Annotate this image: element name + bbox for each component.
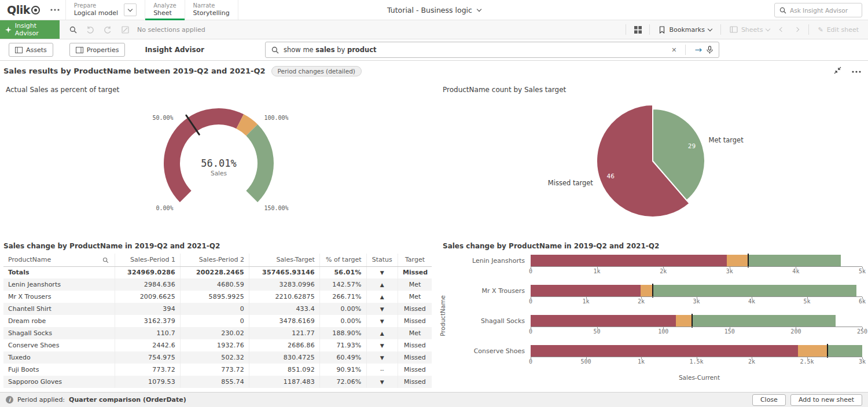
cell-p1: 2984.636 <box>115 278 181 291</box>
properties-panel-button[interactable]: Properties <box>69 43 126 57</box>
bullet-chart-panel: Sales change by ProductName in 2019-Q2 a… <box>437 237 868 392</box>
bullet-bar[interactable]: 050100150200250 <box>531 315 862 335</box>
step-back-icon[interactable] <box>83 23 98 36</box>
insight-query-box[interactable]: show me sales by product ✕ → <box>265 42 719 58</box>
gauge-chart-panel[interactable]: Actual Sales as percent of target 0.00%5… <box>0 81 437 237</box>
assets-panel-button[interactable]: Assets <box>9 43 53 57</box>
sales-change-table: ProductName Sales-Period 1 Sales-Period … <box>3 254 432 388</box>
query-term-product: product <box>347 46 377 54</box>
column-header-target[interactable]: Target <box>398 254 432 266</box>
chevron-left-icon <box>779 27 784 32</box>
insights-grid-icon[interactable] <box>630 23 645 36</box>
insight-query-input[interactable]: show me sales by product <box>284 46 667 54</box>
svg-text:0.00%: 0.00% <box>156 205 173 211</box>
totals-p2: 200228.2465 <box>180 266 249 278</box>
cell-p1: 394 <box>115 303 181 315</box>
table-row[interactable]: Lenin Jeanshorts 2984.636 4680.59 3283.0… <box>3 278 432 291</box>
app-title-menu[interactable]: Tutorial - Business logic <box>387 0 481 20</box>
product-name[interactable]: Tuxedo <box>3 351 115 364</box>
close-button[interactable]: Close <box>752 394 786 406</box>
bullet-bar[interactable]: 01k2k3k4k5k <box>531 255 862 275</box>
insight-advisor-button[interactable]: Insight Advisor <box>0 20 60 39</box>
pencil-icon: ✎ <box>818 26 823 34</box>
more-dots-icon <box>50 9 60 11</box>
table-row[interactable]: Shagall Socks 110.7 230.02 121.77 188.90… <box>3 327 432 339</box>
column-search-icon[interactable] <box>102 257 109 263</box>
ask-insight-advisor-input[interactable] <box>790 7 857 14</box>
collapse-icon[interactable] <box>834 67 841 76</box>
cell-target-value: 2210.62875 <box>249 291 319 303</box>
product-name[interactable]: Mr X Trousers <box>3 291 115 303</box>
x-axis-label: Sales-Current <box>536 374 862 381</box>
next-sheet-button[interactable] <box>789 23 804 36</box>
table-row[interactable]: Chantell Shirt 394 0 433.4 0.00% ▼ Misse… <box>3 303 432 315</box>
svg-text:Met target: Met target <box>708 136 744 144</box>
category-label: Mr X Trousers <box>455 285 531 295</box>
column-header-sales-target[interactable]: Sales-Target <box>249 254 319 266</box>
add-to-new-sheet-button[interactable]: Add to new sheet <box>790 394 862 406</box>
previous-sheet-button[interactable] <box>774 23 789 36</box>
microphone-icon[interactable] <box>707 46 713 54</box>
column-header-sales-period-1[interactable]: Sales-Period 1 <box>115 254 181 266</box>
edit-sheet-button[interactable]: ✎ Edit sheet <box>813 26 863 34</box>
cell-status: ▼ <box>366 376 398 388</box>
sheet-icon <box>730 26 738 33</box>
pie-chart-panel[interactable]: ProductName count by Sales target 29Met … <box>437 81 868 237</box>
x-axis: 05001k1.5k2k2.5k3k <box>531 357 862 365</box>
sheets-menu[interactable]: Sheets <box>725 26 775 34</box>
tab-narrate[interactable]: Narrate Storytelling <box>185 0 238 20</box>
table-row[interactable]: Sapporoo Gloves 1079.53 855.74 1187.483 … <box>3 376 432 388</box>
product-name[interactable]: Shagall Socks <box>3 327 115 339</box>
totals-status: ▼ <box>366 266 398 278</box>
tab-prepare[interactable]: Prepare Logical model <box>65 0 145 20</box>
gauge-chart[interactable]: 0.00%50.00%100.00%150.00%56.01%Sales <box>97 94 340 230</box>
app-title: Tutorial - Business logic <box>387 6 472 14</box>
product-name[interactable]: Lenin Jeanshorts <box>3 278 115 291</box>
clear-selections-icon[interactable] <box>117 23 133 36</box>
prepare-dropdown-button[interactable] <box>124 3 137 16</box>
qlik-logo[interactable]: Qlik <box>0 0 45 20</box>
assets-icon <box>15 47 23 53</box>
pie-chart[interactable]: 29Met target46Missed target <box>528 94 777 230</box>
table-row[interactable]: Conserve Shoes 2442.6 1932.76 2686.86 71… <box>3 339 432 351</box>
qlik-logo-text: Qlik <box>7 3 30 16</box>
product-name[interactable]: Chantell Shirt <box>3 303 115 315</box>
submit-query-icon[interactable]: → <box>694 45 702 55</box>
bullet-bar[interactable]: 05001k1.5k2k2.5k3k <box>531 345 862 365</box>
step-forward-icon[interactable] <box>100 23 115 36</box>
column-header-pct-of-target[interactable]: % of target <box>319 254 366 266</box>
product-name[interactable]: Dream robe <box>3 315 115 327</box>
cell-p2: 0 <box>180 303 249 315</box>
ask-insight-advisor-box[interactable] <box>774 3 862 17</box>
cell-result: Missed <box>398 315 432 327</box>
table-row[interactable]: Fuji Boots 773.72 773.72 851.092 90.91% … <box>3 364 432 376</box>
product-name[interactable]: Sapporoo Gloves <box>3 376 115 388</box>
chevron-down-icon <box>477 6 481 11</box>
table-row[interactable]: Tuxedo 754.975 502.32 830.4725 60.49% ▼ … <box>3 351 432 364</box>
x-axis: 050100150200250 <box>531 327 862 335</box>
table-row[interactable]: Dream robe 3162.379 0 3478.6169 0.00% ▼ … <box>3 315 432 327</box>
clear-query-icon[interactable]: ✕ <box>671 46 676 54</box>
bullet-bar[interactable]: 01k2k3k4k5k6k <box>531 285 862 305</box>
cell-p1: 773.72 <box>115 364 181 376</box>
tab-analyze[interactable]: Analyze Sheet <box>145 0 184 20</box>
product-name[interactable]: Fuji Boots <box>3 364 115 376</box>
cell-pct: 0.00% <box>319 315 366 327</box>
chevron-down-icon <box>708 26 712 31</box>
product-name[interactable]: Conserve Shoes <box>3 339 115 351</box>
smart-search-icon[interactable] <box>65 23 80 36</box>
svg-text:100.00%: 100.00% <box>264 115 288 121</box>
column-header-sales-period-2[interactable]: Sales-Period 2 <box>180 254 249 266</box>
table-row[interactable]: Mr X Trousers 2009.6625 5895.9925 2210.6… <box>3 291 432 303</box>
cell-status: ▼ <box>366 315 398 327</box>
cell-p2: 773.72 <box>180 364 249 376</box>
cell-p1: 754.975 <box>115 351 181 364</box>
insight-advisor-icon <box>5 26 12 34</box>
bookmarks-menu[interactable]: Bookmarks <box>654 26 716 34</box>
more-options-icon[interactable] <box>852 67 861 75</box>
column-header-status[interactable]: Status <box>366 254 398 266</box>
global-menu-button[interactable] <box>45 0 65 20</box>
period-changes-badge[interactable]: Period changes (detailed) <box>271 66 362 76</box>
category-label: Conserve Shoes <box>455 345 531 355</box>
column-header-productname[interactable]: ProductName <box>3 254 115 266</box>
